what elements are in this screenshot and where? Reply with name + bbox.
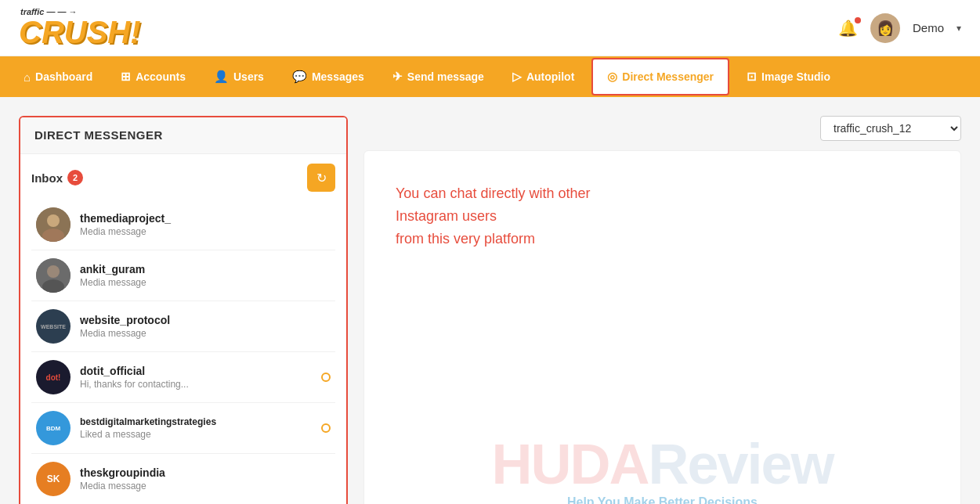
home-icon: ⌂ [24,70,31,84]
avatar [36,207,71,242]
nav-autopilot[interactable]: ▷ Autopilot [498,56,588,97]
svg-point-1 [47,214,60,227]
right-top-bar: traffic_crush_12 traffic_crush_11 traffi… [363,116,961,141]
conversation-info: dotit_official Hi, thanks for contacting… [80,365,312,390]
autopilot-icon: ▷ [512,70,522,84]
list-item[interactable]: ankit_guram Media message [31,250,335,301]
inbox-area: Inbox 2 ↻ themediaproject_ Media message [20,154,346,504]
messenger-panel-title: DIRECT MESSENGER [34,128,163,142]
messenger-panel: DIRECT MESSENGER Inbox 2 ↻ themediaproje… [19,116,348,504]
send-icon: ✈ [392,70,403,84]
conversation-preview: Hi, thanks for contacting... [80,379,312,390]
logo-crush-text: CRUSH! [19,16,141,48]
users-icon: 👤 [214,70,229,84]
chat-line-1: You can chat directly with other [396,182,590,205]
account-select[interactable]: traffic_crush_12 traffic_crush_11 traffi… [820,116,961,141]
conversation-preview: Media message [80,328,331,339]
avatar: dot! [36,360,71,394]
list-item[interactable]: dot! dotit_official Hi, thanks for conta… [31,352,335,403]
nav-users[interactable]: 👤 Users [200,56,278,97]
chevron-down-icon: ▾ [956,23,961,34]
unread-indicator [321,373,331,382]
conversation-info: theskgroupindia Media message [80,466,331,491]
inbox-badge: 2 [67,170,83,185]
conversation-info: bestdigitalmarketingstrategies Liked a m… [80,416,312,440]
avatar: SK [36,462,71,496]
chat-line-3: from this very platform [396,228,590,250]
watermark-sub: Help You Make Better Decisions [364,495,960,504]
avatar: BDM [36,411,71,445]
nav-send-message[interactable]: ✈ Send message [378,56,498,97]
top-header: traffic ——→ CRUSH! 🔔 👩 Demo ▾ [0,0,980,56]
nav-messages-label: Messages [312,70,364,83]
chat-info-area: You can chat directly with other Instagr… [363,150,961,504]
unread-indicator [321,423,331,433]
list-item[interactable]: themediaproject_ Media message [31,200,335,250]
bell-icon[interactable]: 🔔 [838,19,858,38]
conversation-info: website_protocol Media message [80,314,331,339]
nav-image-studio[interactable]: ⊡ Image Studio [732,56,844,97]
conversation-info: ankit_guram Media message [80,263,331,288]
notification-dot [855,17,861,23]
conversation-name: dotit_official [80,365,312,377]
direct-messenger-icon: ◎ [607,70,617,84]
conversation-name: themediaproject_ [80,212,331,225]
conversation-list: themediaproject_ Media message ankit_gur… [31,200,335,504]
nav-image-studio-label: Image Studio [761,70,830,83]
conversation-name: theskgroupindia [80,466,331,479]
watermark-main: HUDAReview [364,436,960,492]
avatar: WEBSITE [36,309,71,344]
nav-autopilot-label: Autopilot [526,70,574,83]
svg-point-4 [47,265,60,278]
list-item[interactable]: WEBSITE website_protocol Media message [31,301,335,352]
watermark: HUDAReview Help You Make Better Decision… [364,436,960,504]
conversation-preview: Media message [80,277,331,288]
logo-area: traffic ——→ CRUSH! [19,8,141,48]
conversation-name: website_protocol [80,314,331,326]
conversation-info: themediaproject_ Media message [80,212,331,237]
inbox-header: Inbox 2 ↻ [31,164,335,192]
main-content: DIRECT MESSENGER Inbox 2 ↻ themediaproje… [0,97,980,504]
image-studio-icon: ⊡ [747,70,757,84]
conversation-name: ankit_guram [80,263,331,275]
chat-line-2: Instagram users [396,205,590,228]
inbox-label: Inbox 2 [31,170,83,185]
chat-placeholder: You can chat directly with other Instagr… [396,182,590,250]
nav-accounts-label: Accounts [136,70,186,83]
nav-accounts[interactable]: ⊞ Accounts [107,56,200,97]
messenger-panel-header: DIRECT MESSENGER [20,117,346,154]
nav-dashboard[interactable]: ⌂ Dashboard [9,56,107,97]
nav-messages[interactable]: 💬 Messages [278,56,378,97]
nav-dashboard-label: Dashboard [35,70,92,83]
nav-direct-messenger[interactable]: ◎ Direct Messenger [591,58,729,95]
conversation-preview: Liked a message [80,429,312,440]
nav-bar: ⌂ Dashboard ⊞ Accounts 👤 Users 💬 Message… [0,56,980,97]
avatar: 👩 [870,13,900,43]
nav-direct-messenger-label: Direct Messenger [622,70,714,83]
logo-brand: traffic ——→ CRUSH! [19,8,141,48]
nav-send-label: Send message [407,70,484,83]
user-area: 🔔 👩 Demo ▾ [838,13,961,43]
user-name[interactable]: Demo [913,21,944,34]
conversation-preview: Media message [80,481,331,491]
right-panel: traffic_crush_12 traffic_crush_11 traffi… [363,116,961,504]
refresh-button[interactable]: ↻ [307,164,335,192]
accounts-icon: ⊞ [121,70,131,84]
messages-icon: 💬 [292,70,307,84]
avatar [36,258,71,293]
inbox-text: Inbox [31,171,63,185]
list-item[interactable]: SK theskgroupindia Media message [31,454,335,504]
conversation-preview: Media message [80,226,331,237]
conversation-name: bestdigitalmarketingstrategies [80,416,312,427]
nav-users-label: Users [233,70,264,83]
list-item[interactable]: BDM bestdigitalmarketingstrategies Liked… [31,403,335,454]
